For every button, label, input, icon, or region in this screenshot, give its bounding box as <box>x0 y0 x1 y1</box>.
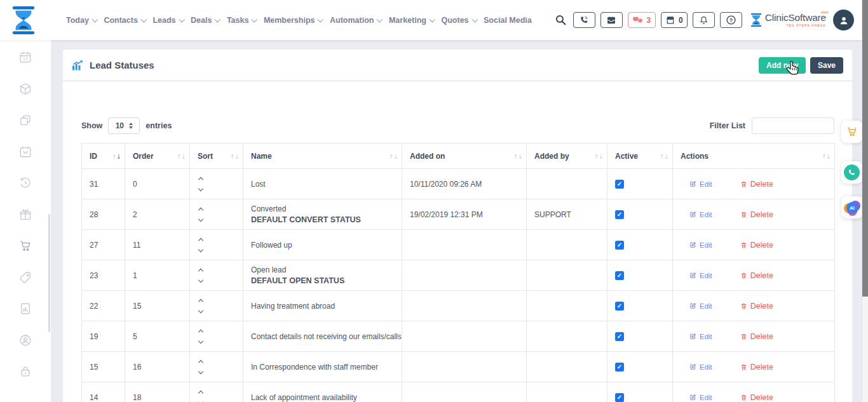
floating-phone-button[interactable] <box>841 161 862 184</box>
nav-menu-leads[interactable]: Leads <box>153 16 184 25</box>
lead-status-name: In Correspondence with staff member <box>251 363 395 372</box>
move-down-button[interactable] <box>198 338 203 343</box>
nav-menu-contacts[interactable]: Contacts <box>104 16 146 25</box>
column-header-name[interactable]: Name↑↓ <box>243 144 402 169</box>
delete-button[interactable]: Delete <box>740 241 773 250</box>
chevron-down-icon <box>430 16 435 22</box>
column-header-added-on[interactable]: Added on↑↓ <box>402 144 527 169</box>
sidebar-item-copy-icon[interactable] <box>18 113 32 127</box>
edit-button[interactable]: Edit <box>689 241 712 249</box>
edit-button[interactable]: Edit <box>689 363 712 371</box>
delete-button[interactable]: Delete <box>740 363 773 372</box>
chevron-down-icon <box>179 16 184 22</box>
edit-button[interactable]: Edit <box>689 272 712 279</box>
column-header-active[interactable]: Active↑↓ <box>607 144 673 169</box>
filter-input[interactable] <box>752 117 834 134</box>
column-header-sort[interactable]: Sort↑↓ <box>190 144 243 169</box>
scrollbar-thumb[interactable] <box>862 0 868 297</box>
nav-menu-automation[interactable]: Automation <box>330 16 382 25</box>
nav-menu-quotes[interactable]: Quotes <box>441 16 477 25</box>
move-down-button[interactable] <box>198 307 203 312</box>
notifications-button[interactable] <box>693 12 715 28</box>
sidebar-item-report-icon[interactable] <box>18 302 32 316</box>
edit-button[interactable]: Edit <box>689 211 712 218</box>
move-up-button[interactable] <box>198 390 203 395</box>
column-header-actions[interactable]: Actions↑↓ <box>673 144 835 169</box>
move-down-button[interactable] <box>198 277 203 282</box>
edit-button[interactable]: Edit <box>689 302 712 310</box>
active-checkbox[interactable] <box>615 210 624 219</box>
chat-button[interactable]: 3 <box>628 12 656 28</box>
active-checkbox[interactable] <box>615 393 624 402</box>
delete-button[interactable]: Delete <box>740 210 773 219</box>
move-down-button[interactable] <box>198 185 203 191</box>
move-up-button[interactable] <box>198 207 203 212</box>
page-size-select[interactable]: 10 <box>108 117 140 134</box>
store-button[interactable]: 0 <box>661 12 688 28</box>
active-checkbox[interactable] <box>615 271 624 280</box>
move-up-button[interactable] <box>198 238 203 243</box>
help-button[interactable]: ? <box>720 12 742 28</box>
active-checkbox[interactable] <box>615 363 624 372</box>
active-checkbox[interactable] <box>615 180 624 189</box>
nav-menu-social-media[interactable]: Social Media <box>484 16 532 25</box>
active-checkbox[interactable] <box>615 241 624 250</box>
sidebar-item-lock-icon[interactable] <box>18 365 32 379</box>
move-up-button[interactable] <box>198 298 203 304</box>
edit-button[interactable]: Edit <box>689 180 712 188</box>
sidebar-item-history-icon[interactable] <box>18 176 32 190</box>
delete-button[interactable]: Delete <box>740 332 773 341</box>
clinicsoftware-logo-icon[interactable] <box>10 6 37 35</box>
inbox-button[interactable] <box>600 12 623 28</box>
cell-id: 28 <box>82 199 125 230</box>
page-size-value: 10 <box>116 121 124 130</box>
edit-button[interactable]: Edit <box>689 394 712 401</box>
phone-button[interactable] <box>573 12 595 28</box>
cell-actions: EditDelete <box>673 382 835 402</box>
column-header-order[interactable]: Order↑↓ <box>125 144 190 169</box>
delete-button[interactable]: Delete <box>740 393 773 402</box>
move-up-button[interactable] <box>198 359 203 365</box>
move-down-button[interactable] <box>198 216 203 221</box>
cell-sort <box>190 382 243 402</box>
cell-id: 22 <box>82 291 125 321</box>
delete-button[interactable]: Delete <box>740 180 773 189</box>
sidebar-item-calendar-bag-icon[interactable] <box>18 145 32 159</box>
brand-hourglass-icon <box>750 13 763 27</box>
move-down-button[interactable] <box>198 368 203 373</box>
nav-menu-deals[interactable]: Deals <box>191 16 220 25</box>
active-checkbox[interactable] <box>615 332 624 341</box>
page-scrollbar[interactable] <box>862 0 868 402</box>
move-down-button[interactable] <box>198 399 203 402</box>
sidebar-item-calendar-icon[interactable]: 12 <box>18 50 32 64</box>
floating-cart-button[interactable] <box>841 121 862 143</box>
sidebar-item-cart-icon[interactable] <box>18 239 32 253</box>
clinicsoftware-brand[interactable]: ClinicSoftware.com TEN STEPS AHEAD <box>750 13 826 27</box>
user-avatar[interactable] <box>833 10 854 30</box>
move-up-button[interactable] <box>198 268 203 273</box>
sidebar-scrollbar[interactable] <box>48 214 50 332</box>
nav-menu-tasks[interactable]: Tasks <box>227 16 257 25</box>
search-icon[interactable] <box>555 14 567 26</box>
sidebar-item-tags-icon[interactable] <box>18 271 32 285</box>
sidebar-item-user-circle-icon[interactable] <box>18 333 32 347</box>
add-new-button[interactable]: Add new <box>759 57 806 74</box>
nav-menu-memberships[interactable]: Memberships <box>264 16 323 25</box>
save-button[interactable]: Save <box>810 57 843 74</box>
move-down-button[interactable] <box>198 246 203 251</box>
nav-menu-marketing[interactable]: Marketing <box>389 16 435 25</box>
delete-button[interactable]: Delete <box>740 302 773 311</box>
sidebar-item-gift-icon[interactable] <box>18 208 32 222</box>
edit-button[interactable]: Edit <box>689 333 712 340</box>
lead-status-name: Lost <box>251 180 395 189</box>
move-up-button[interactable] <box>198 329 203 334</box>
active-checkbox[interactable] <box>615 302 624 311</box>
sidebar-item-package-icon[interactable] <box>18 82 32 96</box>
lead-statuses-table: ID↑↓Order↑↓Sort↑↓Name↑↓Added on↑↓Added b… <box>81 143 835 402</box>
floating-ai-button[interactable]: AI <box>841 196 862 218</box>
move-up-button[interactable] <box>198 177 203 182</box>
column-header-added-by[interactable]: Added by↑↓ <box>527 144 607 169</box>
nav-menu-today[interactable]: Today <box>66 16 97 25</box>
column-header-id[interactable]: ID↑↓ <box>82 144 125 169</box>
delete-button[interactable]: Delete <box>740 271 773 280</box>
